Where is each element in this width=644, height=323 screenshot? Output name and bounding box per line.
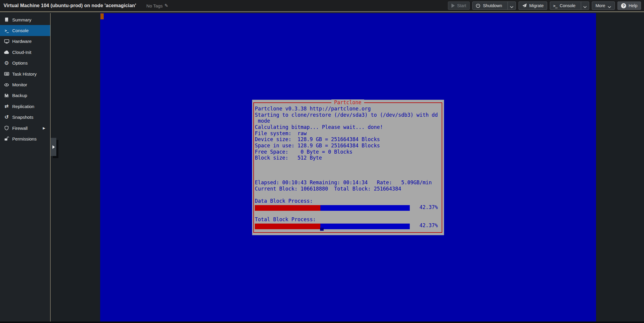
shutdown-button[interactable]: Shutdown [473,2,505,10]
more-button[interactable]: More [592,1,615,10]
sidebar-item-permissions[interactable]: Permissions [0,133,50,144]
sidebar-item-label: Snapshots [12,115,33,120]
sidebar-item-label: Hardware [12,39,32,44]
floppy-icon [4,93,10,98]
help-button[interactable]: ? Help [617,1,641,10]
tags-label: No Tags [146,3,163,8]
power-icon [476,3,480,8]
app-window: Virtual Machine 104 (ubuntu-prod) on nod… [0,0,644,323]
eye-icon [4,82,10,88]
terminal-line: mode [255,118,442,124]
sidebar-item-firewall[interactable]: Firewall ▶ [0,123,50,133]
sidebar-item-monitor[interactable]: Monitor [0,79,50,90]
sidebar-item-summary[interactable]: Summary [0,14,50,25]
console-menu-caret[interactable] [581,2,589,10]
sidebar-item-backup[interactable]: Backup [0,90,50,101]
terminal-line: Block size: 512 Byte [255,155,442,161]
unlock-icon [4,136,10,141]
partclone-dialog-border: Partclone Partclone v0.3.38 http://partc… [253,102,442,233]
terminal-line: Free Space: 0 Byte = 0 Blocks [255,149,442,155]
sidebar-item-label: Replication [12,104,34,109]
sidebar-item-cloud-init[interactable]: Cloud-Init [0,47,50,57]
chevron-down-icon [510,4,513,7]
terminal-line: Starting to clone/restore (/dev/sda3) to… [255,112,442,118]
submenu-arrow-icon: ▶ [43,126,45,130]
data-block-percent: 42.37% [420,204,438,210]
sidebar-item-label: Firewall [12,126,28,131]
sidebar-item-task-history[interactable]: Task History [0,68,50,79]
sidebar-item-label: Task History [12,71,37,77]
gear-icon: ⚙ [4,60,10,66]
total-block-label: Total Block Process: [255,216,442,223]
sidebar-nav: Summary >_ Console Hardware Cloud-Init ⚙… [0,13,50,322]
shutdown-menu-caret[interactable] [508,2,516,10]
bottom-strip [0,322,644,323]
start-button[interactable]: Start [448,1,470,10]
terminal-blank-line [255,161,442,167]
data-block-progress-row: 42.37% [255,204,442,210]
vm-title: Virtual Machine 104 (ubuntu-prod) on nod… [4,3,136,8]
sync-arrows-icon: ⇄ [4,104,10,109]
top-bar: Virtual Machine 104 (ubuntu-prod) on nod… [0,0,644,12]
terminal-icon: >_ [553,4,557,8]
terminal-line: Space in use: 128.9 GB = 251664384 Block… [255,143,442,149]
monitor-icon [4,39,10,44]
partclone-dialog: Partclone Partclone v0.3.38 http://partc… [252,100,444,235]
sidebar-item-label: Summary [12,17,31,22]
terminal-line: Partclone v0.3.38 http://partclone.org [255,106,442,112]
block-stats-line: Current Block: 106618880 Total Block: 25… [255,186,442,192]
sidebar-item-hardware[interactable]: Hardware [0,36,50,47]
vnc-console-canvas[interactable]: Partclone Partclone v0.3.38 http://partc… [100,13,596,322]
terminal-line: Device size: 128.9 GB = 251664384 Blocks [255,136,442,143]
terminal-blank-line [255,167,442,174]
sidebar-collapse-handle[interactable] [51,138,56,156]
terminal-line: File system: raw [255,130,442,137]
start-label: Start [457,3,466,8]
shutdown-split-button: Shutdown [472,1,516,10]
terminal-blank-line [255,210,442,216]
chevron-down-icon [608,4,611,7]
edit-pencil-icon: ✎ [165,3,168,8]
sidebar-item-label: Monitor [12,82,27,87]
sidebar-item-label: Options [12,60,28,65]
shutdown-label: Shutdown [483,3,502,8]
migrate-label: Migrate [529,3,544,8]
total-block-progress-row: 42.37% [255,222,442,229]
topbar-buttons: Start Shutdown Mi [448,1,641,10]
migrate-button[interactable]: Migrate [519,1,547,10]
total-block-progress-bar [255,224,410,229]
help-label: Help [629,3,637,8]
terminal-blank-line [255,173,442,180]
terminal-cursor [320,228,324,231]
sidebar-splitter[interactable] [50,13,51,322]
total-block-progress-fill [255,224,320,229]
terminal-blank-line [255,192,442,198]
cloud-icon [4,49,10,55]
chevron-down-icon [583,4,587,7]
list-icon [4,71,10,77]
console-button[interactable]: >_ Console [550,2,578,10]
shield-icon [4,125,10,131]
sidebar-item-console[interactable]: >_ Console [0,25,50,36]
console-split-button: >_ Console [550,1,589,10]
book-icon [4,17,10,22]
sidebar-item-label: Console [12,28,29,33]
paper-plane-icon [522,3,527,8]
sidebar-item-snapshots[interactable]: ↺ Snapshots [0,112,50,123]
question-circle-icon: ? [621,3,626,8]
tags-editor[interactable]: No Tags ✎ [146,3,168,8]
sidebar-item-options[interactable]: ⚙ Options [0,58,50,68]
sidebar-item-replication[interactable]: ⇄ Replication [0,101,50,112]
more-label: More [595,3,605,8]
history-icon: ↺ [4,115,10,120]
partclone-dialog-body: Partclone v0.3.38 http://partclone.org S… [254,103,442,232]
total-block-percent: 42.37% [420,222,438,229]
sidebar-item-label: Cloud-Init [12,50,31,55]
console-label: Console [560,3,575,8]
terminal-icon: >_ [4,28,10,33]
play-icon [451,4,455,8]
data-block-label: Data Block Process: [255,198,442,204]
terminal-corner-cell [100,13,104,19]
sidebar-item-label: Permissions [12,136,37,141]
elapsed-stats-line: Elapsed: 00:10:43 Remaining: 00:14:34 Ra… [255,180,442,186]
